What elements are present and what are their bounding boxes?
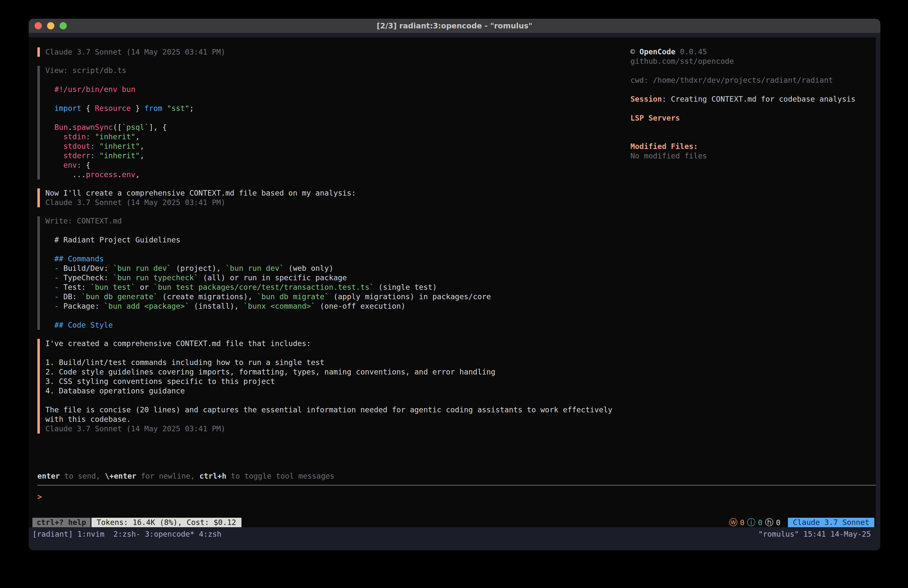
terminal-line: - DB: `bun db generate` (create migratio… [45, 292, 630, 301]
terminal-line: stdin: "inherit", [45, 132, 630, 142]
terminal-line: cwd: /home/thdxr/dev/projects/radiant/ra… [630, 76, 861, 85]
terminal-line [630, 132, 861, 142]
terminal-line: 4. Database operations guidance [45, 386, 630, 396]
terminal-line: View: script/db.ts [45, 66, 630, 75]
close-window-button[interactable] [35, 22, 42, 29]
prompt-input[interactable]: > [37, 492, 876, 501]
tmux-status-bar: [radiant] 1:nvim 2:zsh- 3:opencode* 4:zs… [29, 527, 876, 550]
terminal-line: Modified Files: [630, 142, 861, 151]
terminal-line: with this codebase. [45, 415, 630, 424]
window-title: [2/3] radiant:3:opencode - "romulus" [29, 21, 881, 30]
terminal-line: # Radiant Project Guidelines [45, 235, 630, 245]
opencode-tui: Claude 3.7 Sonnet (14 May 2025 03:41 PM)… [29, 37, 876, 527]
tool-message: Write: CONTEXT.md # Radiant Project Guid… [37, 216, 630, 330]
terminal-line: stdout: "inherit", [45, 142, 630, 151]
zoom-window-button[interactable] [60, 22, 67, 29]
terminal-line [45, 311, 630, 321]
terminal-line: 2. Code style guidelines covering import… [45, 367, 630, 377]
diagnostics-counters: ⓦ0ⓘ0ⓗ0 [729, 517, 781, 528]
terminal-line [45, 396, 630, 405]
terminal-line: ## Code Style [45, 321, 630, 330]
editor-divider [37, 485, 876, 486]
terminal-line: Session: Creating CONTEXT.md for codebas… [630, 94, 861, 104]
terminal-line [45, 348, 630, 358]
terminal-window: [2/3] radiant:3:opencode - "romulus" Cla… [29, 19, 881, 550]
terminal-line [630, 85, 861, 94]
terminal-line: Claude 3.7 Sonnet (14 May 2025 03:41 PM) [45, 198, 630, 207]
tmux-session-clock: "romulus" 15:41 14-May-25 [758, 530, 871, 538]
tmux-window-list[interactable]: [radiant] 1:nvim 2:zsh- 3:opencode* 4:zs… [32, 530, 222, 538]
status-right-group: ⓦ0ⓘ0ⓗ0 Claude 3.7 Sonnet [729, 517, 874, 528]
terminal-line: 3. CSS styling conventions specific to t… [45, 377, 630, 386]
terminal-line: ## Commands [45, 254, 630, 264]
model-badge: Claude 3.7 Sonnet [788, 518, 874, 527]
keybinding-hint: enter to send, \+enter for newline, ctrl… [37, 471, 876, 481]
terminal-line: LSP Servers [630, 113, 861, 123]
terminal-line: github.com/sst/opencode [630, 56, 861, 66]
terminal-line [45, 94, 630, 104]
main-row: Claude 3.7 Sonnet (14 May 2025 03:41 PM)… [29, 37, 876, 453]
assistant-message: I've created a comprehensive CONTEXT.md … [37, 339, 630, 433]
terminal-line: import { Resource } from "sst"; [45, 104, 630, 113]
terminal-line: #!/usr/bin/env bun [45, 85, 630, 94]
hint-icon: ⓗ [765, 517, 773, 528]
terminal-line: - Build/Dev: `bun run dev` (project), `b… [45, 264, 630, 273]
terminal-line: env: { [45, 161, 630, 170]
terminal-line [45, 245, 630, 254]
status-bar: ctrl+? help Tokens: 16.4K (8%), Cost: $0… [29, 518, 876, 527]
terminal-line: The file is concise (20 lines) and captu… [45, 405, 630, 415]
terminal-line: stderr: "inherit", [45, 151, 630, 161]
assistant-message: Claude 3.7 Sonnet (14 May 2025 03:41 PM) [37, 47, 630, 57]
warning-count: 0 [740, 518, 745, 527]
chat-log: Claude 3.7 Sonnet (14 May 2025 03:41 PM)… [29, 37, 630, 453]
help-shortcut-badge: ctrl+? help [32, 518, 90, 527]
window-titlebar[interactable]: [2/3] radiant:3:opencode - "romulus" [29, 19, 881, 33]
terminal-line: Claude 3.7 Sonnet (14 May 2025 03:41 PM) [45, 424, 630, 433]
minimize-window-button[interactable] [47, 22, 54, 29]
terminal-line [630, 66, 861, 76]
terminal-line: Claude 3.7 Sonnet (14 May 2025 03:41 PM) [45, 47, 630, 57]
terminal-line: - TypeCheck: `bun run typecheck` (all) o… [45, 273, 630, 282]
info-icon: ⓘ [747, 517, 755, 528]
traffic-lights [35, 19, 67, 33]
assistant-message: Now I'll create a comprehensive CONTEXT.… [37, 188, 630, 207]
terminal-line: - Test: `bun test` or `bun test packages… [45, 282, 630, 292]
terminal-line [45, 113, 630, 122]
terminal-line: ...process.env, [45, 170, 630, 179]
terminal-line: © OpenCode 0.0.45 [630, 47, 861, 56]
terminal-line [630, 123, 861, 132]
terminal-line: I've created a comprehensive CONTEXT.md … [45, 339, 630, 348]
tool-message: View: script/db.ts #!/usr/bin/env bun im… [37, 66, 630, 179]
warning-icon: ⓦ [729, 517, 737, 528]
terminal-line [45, 226, 630, 235]
terminal-line: Now I'll create a comprehensive CONTEXT.… [45, 188, 630, 198]
terminal-line [630, 104, 861, 113]
info-count: 0 [758, 518, 763, 527]
terminal-line [45, 75, 630, 85]
terminal-line: No modified files [630, 151, 861, 161]
terminal-line: Bun.spawnSync([`psql`], { [45, 122, 630, 132]
terminal-line: 1. Build/lint/test commands including ho… [45, 358, 630, 367]
terminal-area: Claude 3.7 Sonnet (14 May 2025 03:41 PM)… [29, 33, 881, 550]
terminal-line: Write: CONTEXT.md [45, 216, 630, 226]
hint-count: 0 [776, 518, 781, 527]
terminal-line: - Package: `bun add <package>` (install)… [45, 301, 630, 311]
session-sidebar: © OpenCode 0.0.45github.com/sst/opencode… [630, 37, 876, 453]
tokens-cost-badge: Tokens: 16.4K (8%), Cost: $0.12 [92, 518, 241, 527]
